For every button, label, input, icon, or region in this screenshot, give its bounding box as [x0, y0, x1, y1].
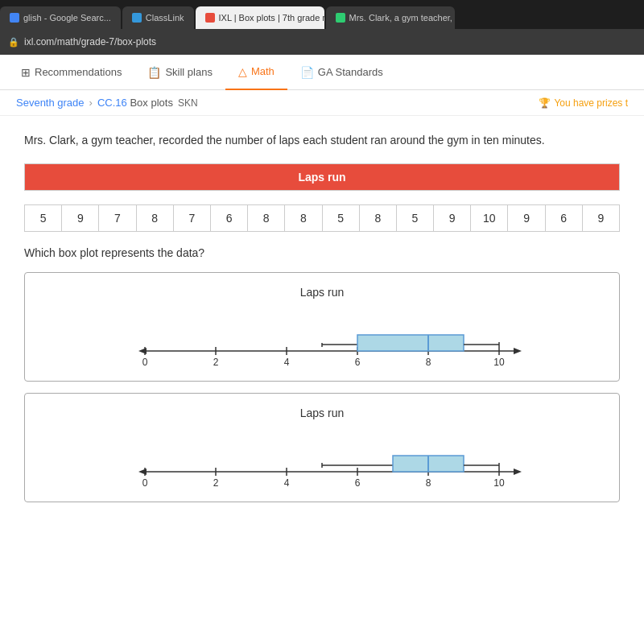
data-cell-9: 8	[360, 205, 397, 231]
nav-bar: ⊞ Recommendations 📋 Skill plans △ Math 📄…	[0, 55, 644, 90]
tab-classlink[interactable]: ClassLink	[122, 6, 194, 29]
data-cell-7: 8	[285, 205, 322, 231]
data-table: Laps run	[24, 163, 620, 191]
data-cell-12: 10	[471, 205, 508, 231]
breadcrumb-skill-code[interactable]: CC.16	[97, 97, 127, 109]
svg-text:8: 8	[426, 477, 431, 489]
tab-icon-clark	[336, 13, 345, 23]
tab-mrs-clark[interactable]: Mrs. Clark, a gym teacher, recor...	[326, 6, 455, 29]
data-cell-5: 6	[211, 205, 248, 231]
trophy-icon: 🏆	[539, 97, 551, 109]
table-header: Laps run	[25, 164, 620, 191]
url-text: ixl.com/math/grade-7/box-plots	[24, 36, 156, 47]
svg-text:0: 0	[142, 357, 148, 368]
tab-icon-google	[10, 13, 19, 23]
breadcrumb-tag: SKN	[178, 97, 198, 109]
nav-math[interactable]: △ Math	[225, 55, 287, 90]
math-icon: △	[238, 65, 247, 78]
main-content: Mrs. Clark, a gym teacher, recorded the …	[0, 116, 644, 530]
box-plot-2-title: Laps run	[41, 407, 603, 419]
data-cell-11: 9	[434, 205, 471, 231]
skill-plans-icon: 📋	[147, 66, 161, 79]
website: ⊞ Recommendations 📋 Skill plans △ Math 📄…	[0, 55, 644, 644]
data-cell-15: 9	[583, 205, 619, 231]
data-cell-14: 6	[546, 205, 583, 231]
data-cell-8: 5	[323, 205, 360, 231]
svg-text:4: 4	[284, 357, 290, 368]
svg-text:6: 6	[355, 477, 361, 489]
box-plot-1[interactable]: Laps run 0 2 4 6	[24, 272, 620, 382]
svg-marker-23	[514, 469, 522, 475]
box-plot-1-svg: 0 2 4 6 8 10	[41, 307, 603, 371]
problem-description: Mrs. Clark, a gym teacher, recorded the …	[24, 132, 620, 149]
data-cell-4: 7	[174, 205, 211, 231]
browser-chrome: glish - Google Searc... ClassLink IXL | …	[0, 0, 644, 55]
data-cell-0: 5	[25, 205, 62, 231]
data-cell-10: 5	[397, 205, 434, 231]
svg-text:10: 10	[493, 357, 505, 368]
svg-marker-2	[514, 348, 522, 354]
table-data-row: 5 9 7 8 7 6 8 8 5 8 5 9 10 9 6 9	[24, 204, 620, 232]
breadcrumb-skill-name: Box plots	[127, 97, 173, 109]
breadcrumb-separator: ›	[89, 97, 93, 109]
data-cell-13: 9	[508, 205, 545, 231]
address-bar[interactable]: 🔒 ixl.com/math/grade-7/box-plots	[0, 29, 644, 55]
box-plot-1-title: Laps run	[41, 286, 603, 299]
data-cell-3: 8	[137, 205, 174, 231]
box-plot-2-svg: 0 2 4 6 8 10	[41, 427, 603, 492]
tab-icon-classlink	[132, 13, 142, 23]
svg-text:8: 8	[426, 357, 431, 368]
box-plot-2[interactable]: Laps run 0 2 4 6 8 10	[24, 393, 620, 502]
nav-skill-plans[interactable]: 📋 Skill plans	[134, 55, 225, 90]
svg-text:4: 4	[284, 477, 290, 489]
lock-icon: 🔒	[8, 37, 19, 47]
data-cell-1: 9	[62, 205, 99, 231]
svg-rect-17	[357, 335, 464, 351]
breadcrumb: Seventh grade › CC.16 Box plots SKN 🏆 Yo…	[0, 90, 644, 116]
tab-bar: glish - Google Searc... ClassLink IXL | …	[0, 0, 644, 29]
prizes-badge: 🏆 You have prizes t	[539, 97, 628, 109]
recommendations-icon: ⊞	[21, 66, 31, 79]
breadcrumb-grade[interactable]: Seventh grade	[16, 97, 85, 109]
ga-standards-icon: 📄	[300, 66, 314, 79]
nav-ga-standards[interactable]: 📄 GA Standards	[287, 55, 396, 90]
data-cell-2: 7	[99, 205, 136, 231]
tab-google-search[interactable]: glish - Google Searc...	[0, 6, 121, 29]
svg-text:0: 0	[142, 477, 148, 489]
svg-text:2: 2	[213, 357, 219, 368]
data-cell-6: 8	[248, 205, 285, 231]
nav-recommendations[interactable]: ⊞ Recommendations	[8, 55, 134, 90]
svg-text:2: 2	[213, 477, 219, 489]
tab-ixl[interactable]: IXL | Box plots | 7th grade math	[196, 6, 324, 29]
question-text: Which box plot represents the data?	[24, 246, 620, 259]
svg-text:10: 10	[493, 477, 505, 489]
svg-text:6: 6	[355, 357, 361, 368]
tab-icon-ixl	[205, 13, 215, 23]
